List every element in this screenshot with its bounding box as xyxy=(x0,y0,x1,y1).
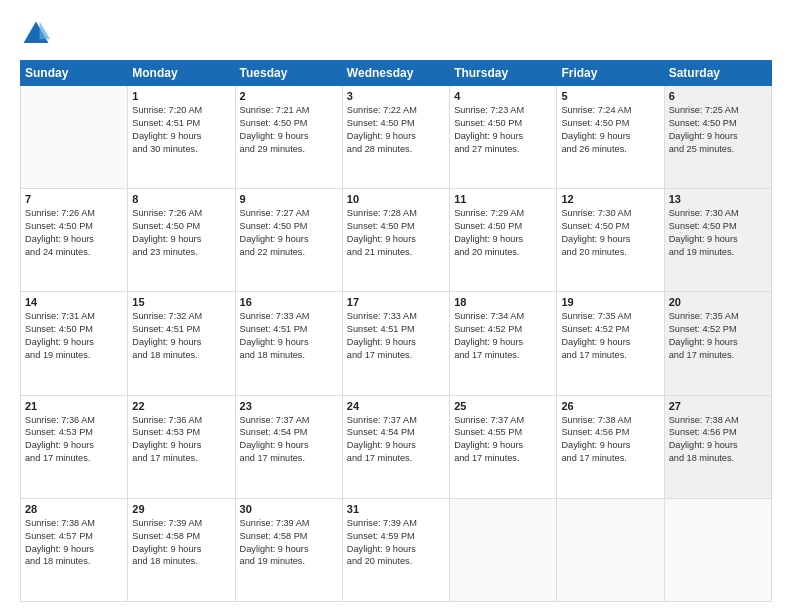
calendar-day-cell: 24Sunrise: 7:37 AM Sunset: 4:54 PM Dayli… xyxy=(342,395,449,498)
logo xyxy=(20,18,56,50)
calendar-day-cell: 20Sunrise: 7:35 AM Sunset: 4:52 PM Dayli… xyxy=(664,292,771,395)
day-info: Sunrise: 7:20 AM Sunset: 4:51 PM Dayligh… xyxy=(132,104,230,156)
calendar-week-row: 7Sunrise: 7:26 AM Sunset: 4:50 PM Daylig… xyxy=(21,189,772,292)
day-info: Sunrise: 7:24 AM Sunset: 4:50 PM Dayligh… xyxy=(561,104,659,156)
day-info: Sunrise: 7:27 AM Sunset: 4:50 PM Dayligh… xyxy=(240,207,338,259)
calendar-day-cell: 26Sunrise: 7:38 AM Sunset: 4:56 PM Dayli… xyxy=(557,395,664,498)
calendar-week-row: 1Sunrise: 7:20 AM Sunset: 4:51 PM Daylig… xyxy=(21,86,772,189)
day-number: 27 xyxy=(669,400,767,412)
calendar-day-cell xyxy=(664,498,771,601)
day-number: 13 xyxy=(669,193,767,205)
calendar-table: SundayMondayTuesdayWednesdayThursdayFrid… xyxy=(20,60,772,602)
day-number: 8 xyxy=(132,193,230,205)
day-number: 15 xyxy=(132,296,230,308)
day-info: Sunrise: 7:30 AM Sunset: 4:50 PM Dayligh… xyxy=(669,207,767,259)
day-number: 22 xyxy=(132,400,230,412)
calendar-day-header: Monday xyxy=(128,61,235,86)
calendar-day-cell: 27Sunrise: 7:38 AM Sunset: 4:56 PM Dayli… xyxy=(664,395,771,498)
day-number: 25 xyxy=(454,400,552,412)
calendar-day-cell: 7Sunrise: 7:26 AM Sunset: 4:50 PM Daylig… xyxy=(21,189,128,292)
day-number: 26 xyxy=(561,400,659,412)
day-number: 17 xyxy=(347,296,445,308)
day-info: Sunrise: 7:32 AM Sunset: 4:51 PM Dayligh… xyxy=(132,310,230,362)
day-info: Sunrise: 7:38 AM Sunset: 4:57 PM Dayligh… xyxy=(25,517,123,569)
day-number: 14 xyxy=(25,296,123,308)
day-info: Sunrise: 7:34 AM Sunset: 4:52 PM Dayligh… xyxy=(454,310,552,362)
calendar-week-row: 28Sunrise: 7:38 AM Sunset: 4:57 PM Dayli… xyxy=(21,498,772,601)
day-number: 12 xyxy=(561,193,659,205)
calendar-day-cell: 11Sunrise: 7:29 AM Sunset: 4:50 PM Dayli… xyxy=(450,189,557,292)
day-info: Sunrise: 7:39 AM Sunset: 4:58 PM Dayligh… xyxy=(132,517,230,569)
day-number: 9 xyxy=(240,193,338,205)
day-number: 7 xyxy=(25,193,123,205)
calendar-day-header: Wednesday xyxy=(342,61,449,86)
day-info: Sunrise: 7:38 AM Sunset: 4:56 PM Dayligh… xyxy=(561,414,659,466)
calendar-day-cell: 25Sunrise: 7:37 AM Sunset: 4:55 PM Dayli… xyxy=(450,395,557,498)
calendar-day-header: Saturday xyxy=(664,61,771,86)
day-number: 2 xyxy=(240,90,338,102)
day-info: Sunrise: 7:28 AM Sunset: 4:50 PM Dayligh… xyxy=(347,207,445,259)
calendar-week-row: 21Sunrise: 7:36 AM Sunset: 4:53 PM Dayli… xyxy=(21,395,772,498)
calendar-day-cell: 9Sunrise: 7:27 AM Sunset: 4:50 PM Daylig… xyxy=(235,189,342,292)
calendar-day-cell: 15Sunrise: 7:32 AM Sunset: 4:51 PM Dayli… xyxy=(128,292,235,395)
calendar-day-header: Friday xyxy=(557,61,664,86)
calendar-day-cell: 1Sunrise: 7:20 AM Sunset: 4:51 PM Daylig… xyxy=(128,86,235,189)
calendar-day-cell: 2Sunrise: 7:21 AM Sunset: 4:50 PM Daylig… xyxy=(235,86,342,189)
day-number: 20 xyxy=(669,296,767,308)
day-info: Sunrise: 7:37 AM Sunset: 4:54 PM Dayligh… xyxy=(347,414,445,466)
day-info: Sunrise: 7:37 AM Sunset: 4:54 PM Dayligh… xyxy=(240,414,338,466)
calendar-day-cell: 8Sunrise: 7:26 AM Sunset: 4:50 PM Daylig… xyxy=(128,189,235,292)
day-info: Sunrise: 7:31 AM Sunset: 4:50 PM Dayligh… xyxy=(25,310,123,362)
calendar-day-cell: 31Sunrise: 7:39 AM Sunset: 4:59 PM Dayli… xyxy=(342,498,449,601)
day-info: Sunrise: 7:35 AM Sunset: 4:52 PM Dayligh… xyxy=(669,310,767,362)
calendar-header-row: SundayMondayTuesdayWednesdayThursdayFrid… xyxy=(21,61,772,86)
day-number: 4 xyxy=(454,90,552,102)
day-number: 31 xyxy=(347,503,445,515)
day-number: 10 xyxy=(347,193,445,205)
day-info: Sunrise: 7:39 AM Sunset: 4:59 PM Dayligh… xyxy=(347,517,445,569)
day-info: Sunrise: 7:38 AM Sunset: 4:56 PM Dayligh… xyxy=(669,414,767,466)
day-number: 19 xyxy=(561,296,659,308)
day-number: 28 xyxy=(25,503,123,515)
day-number: 3 xyxy=(347,90,445,102)
calendar-day-cell: 3Sunrise: 7:22 AM Sunset: 4:50 PM Daylig… xyxy=(342,86,449,189)
day-info: Sunrise: 7:33 AM Sunset: 4:51 PM Dayligh… xyxy=(240,310,338,362)
calendar-day-cell: 28Sunrise: 7:38 AM Sunset: 4:57 PM Dayli… xyxy=(21,498,128,601)
calendar-day-cell: 4Sunrise: 7:23 AM Sunset: 4:50 PM Daylig… xyxy=(450,86,557,189)
calendar-day-header: Tuesday xyxy=(235,61,342,86)
day-number: 5 xyxy=(561,90,659,102)
day-info: Sunrise: 7:30 AM Sunset: 4:50 PM Dayligh… xyxy=(561,207,659,259)
day-number: 30 xyxy=(240,503,338,515)
calendar-day-cell xyxy=(21,86,128,189)
calendar-day-header: Sunday xyxy=(21,61,128,86)
day-number: 16 xyxy=(240,296,338,308)
calendar-day-cell: 14Sunrise: 7:31 AM Sunset: 4:50 PM Dayli… xyxy=(21,292,128,395)
day-info: Sunrise: 7:39 AM Sunset: 4:58 PM Dayligh… xyxy=(240,517,338,569)
logo-icon xyxy=(20,18,52,50)
calendar-day-cell: 16Sunrise: 7:33 AM Sunset: 4:51 PM Dayli… xyxy=(235,292,342,395)
calendar-day-cell: 17Sunrise: 7:33 AM Sunset: 4:51 PM Dayli… xyxy=(342,292,449,395)
header xyxy=(20,18,772,50)
day-info: Sunrise: 7:26 AM Sunset: 4:50 PM Dayligh… xyxy=(132,207,230,259)
day-number: 6 xyxy=(669,90,767,102)
calendar-day-cell: 12Sunrise: 7:30 AM Sunset: 4:50 PM Dayli… xyxy=(557,189,664,292)
day-info: Sunrise: 7:29 AM Sunset: 4:50 PM Dayligh… xyxy=(454,207,552,259)
calendar-day-cell: 21Sunrise: 7:36 AM Sunset: 4:53 PM Dayli… xyxy=(21,395,128,498)
calendar-day-cell: 23Sunrise: 7:37 AM Sunset: 4:54 PM Dayli… xyxy=(235,395,342,498)
day-number: 11 xyxy=(454,193,552,205)
day-info: Sunrise: 7:21 AM Sunset: 4:50 PM Dayligh… xyxy=(240,104,338,156)
calendar-day-cell: 18Sunrise: 7:34 AM Sunset: 4:52 PM Dayli… xyxy=(450,292,557,395)
day-number: 18 xyxy=(454,296,552,308)
day-info: Sunrise: 7:25 AM Sunset: 4:50 PM Dayligh… xyxy=(669,104,767,156)
day-info: Sunrise: 7:37 AM Sunset: 4:55 PM Dayligh… xyxy=(454,414,552,466)
day-info: Sunrise: 7:36 AM Sunset: 4:53 PM Dayligh… xyxy=(132,414,230,466)
calendar-day-cell xyxy=(557,498,664,601)
calendar-day-cell xyxy=(450,498,557,601)
calendar-day-cell: 10Sunrise: 7:28 AM Sunset: 4:50 PM Dayli… xyxy=(342,189,449,292)
calendar-day-cell: 5Sunrise: 7:24 AM Sunset: 4:50 PM Daylig… xyxy=(557,86,664,189)
day-info: Sunrise: 7:33 AM Sunset: 4:51 PM Dayligh… xyxy=(347,310,445,362)
day-number: 29 xyxy=(132,503,230,515)
day-info: Sunrise: 7:26 AM Sunset: 4:50 PM Dayligh… xyxy=(25,207,123,259)
day-info: Sunrise: 7:23 AM Sunset: 4:50 PM Dayligh… xyxy=(454,104,552,156)
day-number: 1 xyxy=(132,90,230,102)
